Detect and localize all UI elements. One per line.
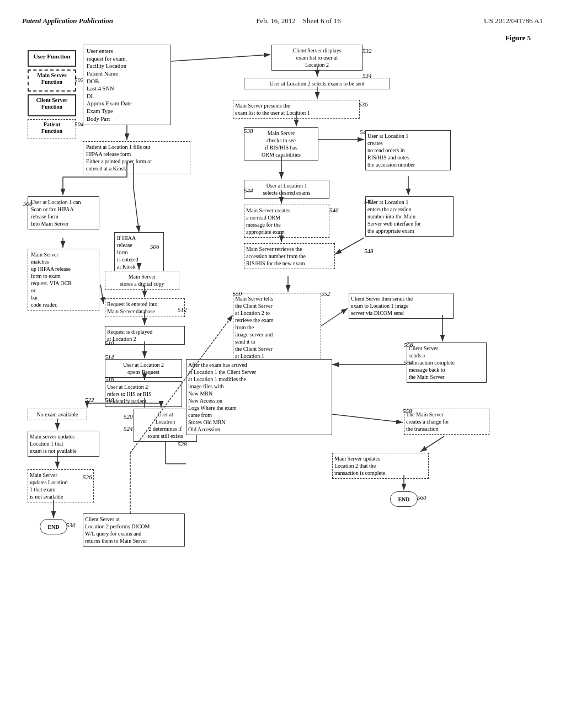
box-patient-fills: Patient at Location 1 fills outHIPAA rel… xyxy=(83,141,190,174)
svg-line-32 xyxy=(335,238,364,254)
num-508: 508 xyxy=(23,200,33,207)
num-554: 554 xyxy=(404,359,413,366)
svg-line-34 xyxy=(321,308,348,326)
box-main-server-creates: Main Server createsa no read ORMmessage … xyxy=(244,205,329,238)
num-542: 542 xyxy=(364,198,374,205)
box-user-loc2-opens: User at Location 2opens Request xyxy=(105,359,182,378)
legend-main-server: Main ServerFunction xyxy=(28,69,76,92)
page-header: Patent Application Publication Feb. 16, … xyxy=(22,11,543,28)
num-528: 528 xyxy=(178,441,187,447)
num-550: 550 xyxy=(233,290,242,297)
box-no-exam: No exam available xyxy=(28,409,87,420)
num-548: 548 xyxy=(364,248,374,254)
box-client-server-sends-exam: Client Server then sends theexam to Loca… xyxy=(349,293,454,319)
figure-title: Figure 5 xyxy=(505,34,531,42)
num-506: 506 xyxy=(150,243,159,250)
end-terminal-1: END xyxy=(40,519,67,534)
box-user-loc1-creates: User at Location 1createsno read orders … xyxy=(365,130,451,170)
num-558: 558 xyxy=(403,408,412,414)
box-after-exam-arrived: After the exam has arrivedat Location 1 … xyxy=(186,359,332,435)
box-user-enters: User entersrequest for exam.Facility Loc… xyxy=(83,45,171,125)
box-main-server-charge: The Main Servercreates a charge forthe t… xyxy=(404,409,489,435)
box-main-server-updates-loc2: Main Server updatesLocation 2 that thetr… xyxy=(332,453,429,479)
box-main-server-checks: Main Serverchecks to seeif RIS/HIS hasOR… xyxy=(244,127,318,160)
publication-label: Patent Application Publication xyxy=(22,17,113,25)
box-user-loc2-selects: User at Location 2 selects exams to be s… xyxy=(244,78,390,89)
box-user-can-scan: User at Location 1 canScan or fax HIPAAr… xyxy=(28,196,99,229)
num-536: 536 xyxy=(359,101,368,108)
num-524: 524 xyxy=(124,425,133,432)
svg-line-43 xyxy=(100,285,104,304)
svg-line-38 xyxy=(420,436,444,452)
box-main-server-retrieves: Main Server retrieves theaccession numbe… xyxy=(244,243,335,269)
svg-line-42 xyxy=(171,55,270,61)
box-client-server-displays: Client Server displaysexam list to user … xyxy=(271,45,363,71)
box-client-server-dicom: Client Server atLocation 2 performs DICO… xyxy=(83,513,185,547)
box-request-entered: Request is entered intoMain Server datab… xyxy=(105,298,185,317)
box-main-server-tells: Main Server tellsthe Client Serverat Loc… xyxy=(233,293,321,362)
num-526: 526 xyxy=(83,474,92,480)
box-main-server-stores: Main Serverstores a digital copy xyxy=(105,271,179,290)
num-544: 544 xyxy=(244,187,253,194)
box-hiaa-released: If HIAAreleaseformis enteredat Kiosk xyxy=(114,232,164,272)
box-user-loc1-enters: User at Location 1enters the accessionnu… xyxy=(365,196,454,237)
box-user-loc1-selects: User at Location 1selects desired exams xyxy=(244,180,329,199)
num-560: 560 xyxy=(417,494,427,501)
box-main-server-updates1: Main server updatesLocation 1 thatexam i… xyxy=(28,431,99,457)
num-512: 512 xyxy=(178,306,187,313)
box-main-server-matches: Main Servermatchesup HIPAA releaseform t… xyxy=(28,249,99,311)
svg-line-7 xyxy=(134,188,139,232)
legend-user-function: User Function xyxy=(28,50,76,67)
num-518: 518 xyxy=(105,397,114,403)
num-552: 552 xyxy=(321,290,331,297)
box-request-displayed: Request is displayedat Location 2 xyxy=(105,326,185,345)
num-520: 520 xyxy=(124,413,133,420)
num-530: 530 xyxy=(66,522,76,528)
legend-client-server: Client ServerFunction xyxy=(28,94,76,116)
num-556: 556 xyxy=(404,341,413,348)
patent-number-label: US 2012/041786 A1 xyxy=(484,17,543,25)
legend-patient: PatientFunction xyxy=(28,119,76,138)
num-522: 522 xyxy=(85,397,94,403)
num-532: 532 xyxy=(363,47,372,54)
end-terminal-2: END xyxy=(390,491,418,507)
diagram-area: Figure 5 User Function Main ServerFuncti… xyxy=(23,34,542,684)
box-client-server-sends-msg: Client Serversends atransaction complete… xyxy=(407,342,487,383)
num-546: 546 xyxy=(329,207,339,213)
num-538: 538 xyxy=(244,127,253,134)
num-510: 510 xyxy=(105,340,114,346)
svg-line-37 xyxy=(332,414,403,422)
box-user-loc2-refers: User at Location 2refers to HIS or RISto… xyxy=(105,381,182,407)
box-main-server-presents: Main Server presents theexam list to the… xyxy=(233,100,360,119)
date-sheet-label: Feb. 16, 2012 Sheet 6 of 16 xyxy=(256,17,340,25)
